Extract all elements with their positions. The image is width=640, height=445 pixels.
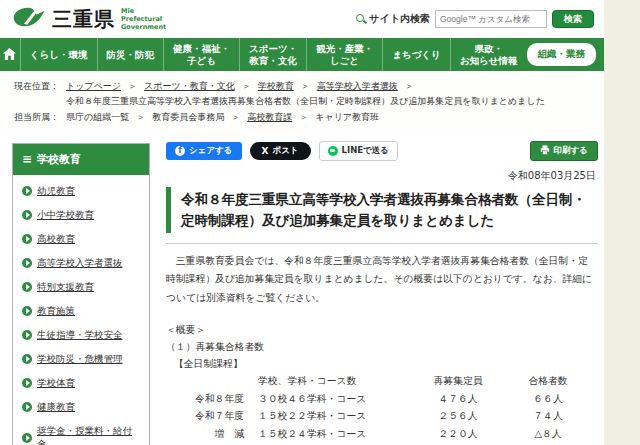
breadcrumb-department-row: 担当所属： 県庁の組織一覧 ＞ 教育委員会事務局 ＞ 高校教育課 ＞ キャリア教… [14,110,592,125]
chevron-right-icon [22,234,32,244]
chevron-right-icon [22,378,32,388]
article-header: 令和８年度三重県立高等学校入学者選抜再募集合格者数（全日制・定時制課程）及び追加… [166,187,598,244]
table-header-cell: 学校、学科・コース数 [258,373,410,391]
sidebar-item[interactable]: 学校体育 [22,377,141,390]
breadcrumb: 現在位置： トップページ ＞ スポーツ・教育・文化 ＞ 学校教育 ＞ 高等学校入… [0,71,604,131]
breadcrumb-dept-label: 担当所属： [14,110,59,125]
breadcrumb-link[interactable]: 高等学校入学者選抜 [317,79,398,94]
nav-item[interactable]: くらし・環境 [21,38,98,71]
breadcrumb-dept-link[interactable]: 県庁の組織一覧 [66,110,129,125]
menu-icon: ≡ [22,153,32,165]
search-label: サイト内検索 [356,12,430,26]
breadcrumb-dept-link[interactable]: 教育委員会事務局 [152,110,224,125]
breadcrumb-separator: ＞ [231,110,240,125]
share-row: f シェアする X ポスト LINEで送る [166,141,598,161]
table-row: 令和８年度 ３０校４６学科・コース ４７６人 ６６人 [180,390,590,408]
breadcrumb-separator: ＞ [128,79,137,94]
sidebar-title: 学校教育 [37,152,81,167]
table-cell: ３０校４６学科・コース [258,390,410,408]
print-button[interactable]: 印刷する [530,141,598,161]
search-input[interactable] [435,10,547,28]
nav-item[interactable]: 防災・防犯 [98,38,165,71]
x-post-button[interactable]: X ポスト [250,142,311,160]
breadcrumb-current-page: 令和８年度三重県立高等学校入学者選抜再募集合格者数（全日制・定時制課程）及び追加… [14,94,592,109]
sidebar: ≡ 学校教育 幼児教育 小中学校教育 高校教育 高等学校入学者選抜 [12,143,150,445]
chevron-right-icon [22,402,32,412]
table-cell: △８人 [506,426,590,444]
sidebar-item[interactable]: 生徒指導・学校安全 [22,329,141,342]
breadcrumb-separator: ＞ [301,79,310,94]
sidebar-header[interactable]: ≡ 学校教育 [13,144,149,175]
nav-home-button[interactable] [0,38,21,71]
sidebar-item[interactable]: 教育施策 [22,305,141,318]
table-corner-cell [180,373,258,391]
site-header: 三重県 Mie Prefectural Government サイト内検索 検索 [0,0,604,38]
table-cell: ４７６人 [410,390,506,408]
breadcrumb-separator: ＞ [242,79,251,94]
breadcrumb-link[interactable]: スポーツ・教育・文化 [144,79,235,94]
search-button[interactable]: 検索 [552,10,594,28]
fulltime-results-table: 学校、学科・コース数 再募集定員 合格者数 令和８年度 ３０校４６学科・コース … [180,373,590,444]
sidebar-item[interactable]: 奨学金・授業料・給付金 [22,425,141,445]
sidebar-item[interactable]: 高等学校入学者選抜 [22,257,141,270]
breadcrumb-link[interactable]: 学校教育 [258,79,294,94]
table-cell: ６６人 [506,390,590,408]
site-logo[interactable]: 三重県 Mie Prefectural Government [12,5,166,33]
chevron-right-icon [22,282,32,292]
sidebar-item[interactable]: 小中学校教育 [22,209,141,222]
line-icon [328,146,338,156]
site-subtitle: Mie Prefectural Government [121,7,166,31]
page: 三重県 Mie Prefectural Government サイト内検索 検索… [0,0,604,445]
sidebar-item[interactable]: 幼児教育 [22,185,141,198]
sidebar-item[interactable]: 学校防災・危機管理 [22,353,141,366]
content-area: ≡ 学校教育 幼児教育 小中学校教育 高校教育 高等学校入学者選抜 [0,131,604,445]
chevron-right-icon [22,330,32,340]
overview-heading: ＜概要＞ [166,324,598,337]
breadcrumb-label: 現在位置： [14,79,59,94]
nav-item[interactable]: まちづくり [383,38,451,71]
chevron-right-icon [22,306,32,316]
search-icon [356,14,366,24]
table-header-cell: 合格者数 [506,373,590,391]
sidebar-item[interactable]: 特別支援教育 [22,281,141,294]
table-cell: 令和８年度 [180,390,258,408]
table-cell: 増 減 [180,426,258,444]
home-icon [3,45,16,64]
line-share-button[interactable]: LINEで送る [319,141,398,161]
nav-item[interactable]: スポーツ・ 教育・文化 [240,38,307,71]
table-header-row: 学校、学科・コース数 再募集定員 合格者数 [180,373,590,391]
nav-org-button[interactable]: 組織・業務 [527,43,597,66]
chevron-right-icon [22,210,32,220]
breadcrumb-link[interactable]: トップページ [66,79,121,94]
breadcrumb-dept-link[interactable]: キャリア教育班 [315,110,379,125]
breadcrumb-dept-link[interactable]: 高校教育課 [247,110,292,125]
main-article: f シェアする X ポスト LINEで送る [150,131,604,445]
nav-item[interactable]: 県政・ お知らせ情報 [451,38,527,71]
facebook-share-button[interactable]: f シェアする [166,142,242,160]
table-cell: １５校２４学科・コース [258,426,410,444]
section-heading: （１）再募集合格者数 [166,341,598,354]
lead-paragraph: 三重県教育委員会では、令和８年度三重県立高等学校入学者選抜再募集合格者数（全日制… [166,252,596,308]
page-title: 令和８年度三重県立高等学校入学者選抜再募集合格者数（全日制・定時制課程）及び追加… [166,187,598,233]
chevron-right-icon [22,186,32,196]
x-icon: X [262,146,269,156]
table-header-cell: 再募集定員 [410,373,506,391]
chevron-right-icon [22,433,32,443]
breadcrumb-separator: ＞ [405,79,414,94]
nav-item[interactable]: 健康・福祉・ 子ども [164,38,240,71]
table-cell: ２５６人 [410,408,506,426]
breadcrumb-separator: ＞ [299,110,308,125]
sidebar-list: 幼児教育 小中学校教育 高校教育 高等学校入学者選抜 特別支援教育 教育施策 [13,175,149,445]
table-row: 令和７年度 １５校２２学科・コース ２５６人 ７４人 [180,408,590,426]
table-row: 増 減 １５校２４学科・コース ２２０人 △８人 [180,426,590,444]
table-cell: １５校２２学科・コース [258,408,410,426]
site-title: 三重県 [52,6,115,33]
sidebar-item[interactable]: 健康教育 [22,401,141,414]
breadcrumb-separator: ＞ [136,110,145,125]
sidebar-item[interactable]: 高校教育 [22,233,141,246]
mie-logo-icon [12,5,46,33]
chevron-right-icon [22,258,32,268]
table-caption-fulltime: 【全日制課程】 [174,358,598,371]
table-cell: ２２０人 [410,426,506,444]
nav-item[interactable]: 観光・産業・ しごと [307,38,383,71]
